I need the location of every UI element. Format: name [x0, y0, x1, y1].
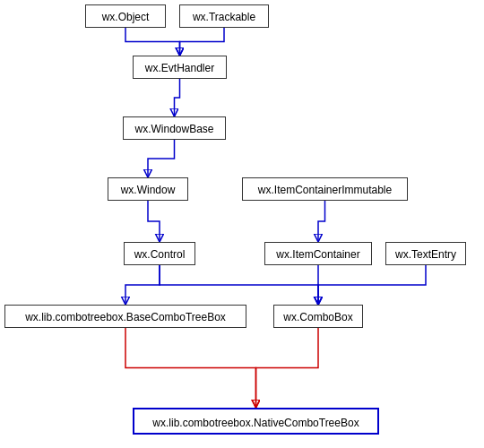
arrows-svg: [0, 0, 484, 448]
node-nativecombo: wx.lib.combotreebox.NativeComboTreeBox: [133, 408, 379, 435]
node-itemcontainerimmutable: wx.ItemContainerImmutable: [242, 177, 408, 201]
node-control: wx.Control: [124, 242, 195, 265]
node-itemcontainer: wx.ItemContainer: [264, 242, 372, 265]
node-windowbase: wx.WindowBase: [123, 116, 226, 140]
class-diagram: wx.Objectwx.Trackablewx.EvtHandlerwx.Win…: [0, 0, 484, 448]
node-window: wx.Window: [108, 177, 188, 201]
node-trackable: wx.Trackable: [179, 4, 269, 28]
node-textentry: wx.TextEntry: [385, 242, 466, 265]
node-basecombo: wx.lib.combotreebox.BaseComboTreeBox: [4, 305, 246, 328]
node-combobox: wx.ComboBox: [273, 305, 363, 328]
node-evthandler: wx.EvtHandler: [133, 56, 227, 79]
node-object: wx.Object: [85, 4, 166, 28]
